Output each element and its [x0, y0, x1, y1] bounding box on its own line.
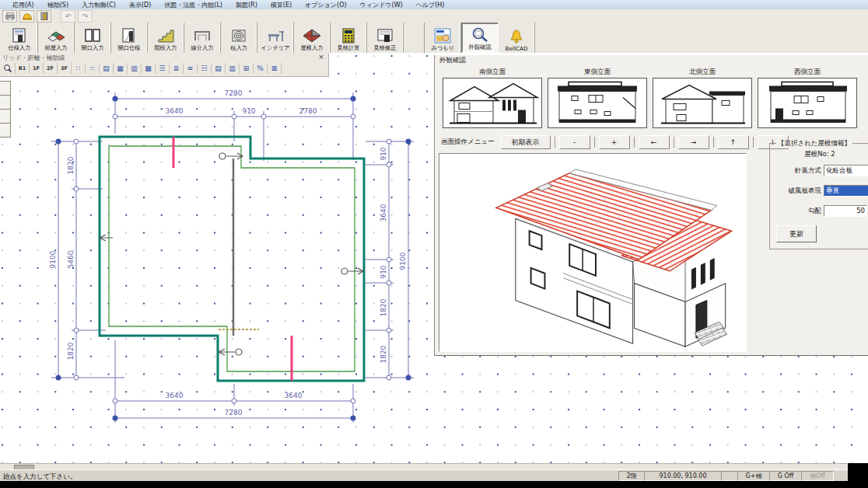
toolbar-button-appearance-check[interactable]: 外観確認: [461, 23, 499, 53]
toolbar-label: 線分入力: [191, 44, 214, 52]
menu-item-8[interactable]: ウィンドウ(W): [360, 1, 403, 9]
grid-snap-toggle[interactable]: G+補: [737, 471, 770, 481]
elevation-north[interactable]: 北側立面: [653, 68, 752, 131]
toolbar-button-line-input[interactable]: 線分入力: [184, 23, 221, 53]
elevation-label: 西側立面: [758, 68, 857, 77]
grid-cols-1-icon[interactable]: ☷: [198, 63, 212, 74]
menu-item-9[interactable]: ヘルプ(H): [416, 1, 445, 9]
grid-fill-icon[interactable]: ▦: [114, 63, 128, 74]
pillar-icon: [229, 28, 249, 44]
grid-dots-medium-icon[interactable]: ⁙: [86, 63, 100, 74]
grid-off-toggle[interactable]: G Off: [769, 471, 802, 481]
grid-rows-1-icon[interactable]: ☰: [156, 63, 170, 74]
menu-item-6[interactable]: 積算(E): [271, 1, 292, 9]
slope-field[interactable]: 50: [824, 205, 867, 217]
toolbar-button-estimate-edit[interactable]: 見積修正: [367, 23, 404, 53]
toolbar-label: 階段入力: [155, 44, 177, 52]
grid-hatch-icon[interactable]: ▩: [142, 63, 156, 74]
elevation-west[interactable]: 西側立面: [758, 68, 857, 131]
grid-rows-2-icon[interactable]: ≣: [170, 63, 184, 74]
grid-dots-dense-icon[interactable]: ▤: [100, 63, 114, 74]
menu-item-2[interactable]: 入力制御(C): [82, 1, 116, 9]
toolbar-button-bellcad[interactable]: BellCAD: [499, 23, 535, 53]
floor-2f-icon[interactable]: 2F: [44, 63, 58, 74]
helmet-icon[interactable]: [19, 10, 34, 23]
toolbar-button-stairs-input[interactable]: 階段入力: [148, 23, 184, 53]
print-icon: [5, 12, 15, 20]
update-button[interactable]: 更新: [776, 225, 817, 242]
bell-icon: [506, 29, 527, 44]
grid-rows-3-icon[interactable]: ≡: [184, 63, 198, 74]
mini-cell[interactable]: [0, 96, 10, 110]
floor-b1-icon[interactable]: B1: [16, 63, 30, 74]
toolbar-button-spec-input[interactable]: 仕様入力: [2, 23, 38, 53]
toolbar-button-mitsumori[interactable]: みつもり: [424, 23, 461, 53]
toolbar-label: みつもり: [431, 44, 453, 52]
house-3d-viewer[interactable]: [439, 153, 747, 352]
zoom-out-button[interactable]: -: [559, 135, 590, 149]
elevation-south[interactable]: 南側立面: [443, 68, 542, 131]
divider: [674, 137, 674, 148]
divider: [634, 137, 635, 148]
menu-item-4[interactable]: 伏図・法規・内観(L): [164, 1, 222, 9]
undo-icon[interactable]: ↶: [61, 10, 75, 23]
menu-item-3[interactable]: 表示(D): [129, 1, 151, 9]
zoom-icon[interactable]: [2, 63, 16, 74]
toolbar-button-interior[interactable]: インテリア: [257, 23, 294, 53]
aux-off-toggle[interactable]: 補Off: [801, 471, 834, 481]
menu-item-0[interactable]: 応用(A): [12, 1, 34, 9]
calculator-icon: [338, 28, 359, 44]
pan-up-button[interactable]: ↑: [718, 135, 749, 149]
toolbar-label: 外観確認: [469, 44, 492, 51]
toolbar-button-roof-input[interactable]: 屋根入力: [294, 23, 331, 53]
mini-cell[interactable]: [0, 110, 10, 124]
grid-plus-icon[interactable]: ⊞: [240, 63, 254, 74]
menu-item-7[interactable]: オプション(O): [305, 1, 346, 9]
elevation-east[interactable]: 東側立面: [548, 68, 647, 131]
grid-lines-v-icon[interactable]: ▥: [128, 63, 142, 74]
grid-ratio-icon[interactable]: %: [254, 63, 268, 74]
toolbar-label: インテリア: [261, 44, 290, 52]
elevation-north-drawing: [653, 78, 752, 128]
pan-right-button[interactable]: →: [678, 135, 709, 149]
view-menu-label: 画面操作メニュー: [441, 138, 495, 147]
toolbar-label: 見積計算: [338, 44, 360, 52]
toolbar-label: 開口入力: [82, 44, 104, 52]
pan-left-button[interactable]: ←: [639, 135, 670, 149]
grid-cols-2-icon[interactable]: ▤: [212, 63, 226, 74]
floor-1f-icon[interactable]: 1F: [30, 63, 44, 74]
toolbar-button-pillar-input[interactable]: 柱入力: [221, 23, 257, 53]
mini-cell[interactable]: [0, 124, 10, 137]
initial-view-button[interactable]: 初期表示: [501, 135, 551, 149]
toolbar-button-opening-spec[interactable]: 開口仕様: [111, 23, 148, 53]
eaves-field[interactable]: 化粧合板: [824, 165, 868, 176]
redo-icon[interactable]: ↷: [78, 10, 93, 23]
stairs-icon: [156, 28, 176, 44]
zoom-in-button[interactable]: +: [599, 135, 630, 149]
exit-door-icon[interactable]: [37, 10, 51, 23]
toolbar-label: 柱入力: [230, 44, 247, 52]
grid-dots-sparse-icon[interactable]: ∷: [72, 63, 86, 74]
floor-3f-icon[interactable]: 3F: [58, 63, 72, 74]
menu-item-1[interactable]: 補助(S): [47, 1, 68, 9]
door-spec-icon: [119, 28, 139, 44]
left-mini-panel: [0, 81, 11, 138]
room-tiles-icon: [46, 28, 66, 44]
toolbar-button-estimate-calc[interactable]: 見積計算: [331, 23, 367, 53]
helmet-icon: [23, 12, 32, 20]
elevation-south-drawing: [443, 78, 542, 128]
view-control-row: 画面操作メニュー 初期表示 - + ← → ↑ ↓: [441, 135, 789, 149]
close-icon[interactable]: ×: [317, 53, 325, 61]
grid-toolbar-icons: B11F2F3F∷⁙▤▦▥▩☰≣≡☷▤▥⊞%⊠: [2, 63, 282, 74]
print-icon[interactable]: [2, 10, 17, 23]
divider: [594, 137, 595, 148]
menu-item-5[interactable]: 製図(R): [236, 1, 257, 9]
mini-cell[interactable]: [0, 82, 10, 96]
elevation-east-drawing: [548, 78, 647, 128]
grid-cols-3-icon[interactable]: ▥: [226, 63, 240, 74]
toolbar-button-room-input[interactable]: 部屋入力: [38, 23, 75, 53]
aux-line-icon[interactable]: ⊠: [268, 63, 282, 74]
divider: [713, 137, 714, 148]
bargeboard-dropdown[interactable]: 垂直: [824, 185, 868, 197]
toolbar-button-opening-input[interactable]: 開口入力: [75, 23, 111, 53]
